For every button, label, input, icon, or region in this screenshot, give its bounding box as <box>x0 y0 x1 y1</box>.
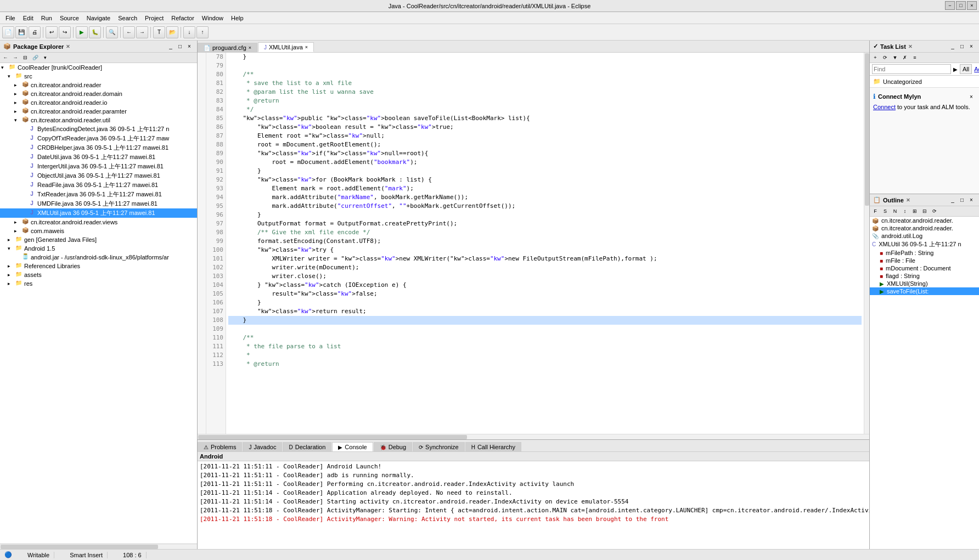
search-button[interactable]: 🔍 <box>106 26 118 38</box>
outline-item[interactable]: 📦cn.itcreator.android.reader. <box>870 217 979 224</box>
tl-filter-btn[interactable]: ▼ <box>891 53 899 62</box>
outline-maximize-btn[interactable]: □ <box>958 196 966 205</box>
menu-help[interactable]: Help <box>228 14 247 22</box>
tree-item[interactable]: ▸📦cn.itcreator.android.reader.domain <box>0 89 197 98</box>
outline-item[interactable]: ■mDocument : Document <box>870 264 979 272</box>
task-search-input[interactable] <box>872 64 951 74</box>
bottom-tab-problems[interactable]: ⚠Problems <box>198 442 242 451</box>
menu-window[interactable]: Window <box>199 14 227 22</box>
tree-item[interactable]: ▸📁assets <box>0 270 197 279</box>
menu-run[interactable]: Run <box>38 14 55 22</box>
bottom-tab-call-hierarchy[interactable]: HCall Hierarchy <box>465 442 521 451</box>
tree-item[interactable]: ▸📦com.maweis <box>0 227 197 235</box>
tl-close-btn[interactable]: × <box>967 42 976 51</box>
tab-proguard[interactable]: 📄 proguard.cfg × <box>198 43 257 52</box>
tl-new-task-btn[interactable]: + <box>871 53 880 62</box>
tree-item[interactable]: ▸📦cn.itcreator.android.reader <box>0 81 197 89</box>
back-button[interactable]: ← <box>123 26 135 38</box>
pe-back-btn[interactable]: ← <box>1 53 10 62</box>
tree-item[interactable]: JIntergerUtil.java 36 09-5-1 上午11:27 maw… <box>0 162 197 171</box>
prev-annotation-button[interactable]: ↑ <box>196 26 209 38</box>
tree-item[interactable]: JBytesEncodingDetect.java 36 09-5-1 上午11… <box>0 125 197 134</box>
code-content[interactable]: } /** * save the list to a xml file * @p… <box>226 53 864 434</box>
tree-item[interactable]: ▸📁Referenced Libraries <box>0 262 197 270</box>
menu-file[interactable]: File <box>2 14 19 22</box>
tree-item[interactable]: ▾📦cn.itcreator.android.reader.util <box>0 116 197 125</box>
bottom-tab-javadoc[interactable]: JJavadoc <box>243 442 282 451</box>
menu-edit[interactable]: Edit <box>20 14 37 22</box>
pe-close-btn[interactable]: × <box>185 42 194 51</box>
outline-hide-nonarith-btn[interactable]: N <box>891 207 899 216</box>
maximize-button[interactable]: □ <box>956 1 966 10</box>
outline-sync-btn[interactable]: ⟳ <box>930 207 939 216</box>
pe-minimize-btn[interactable]: _ <box>166 42 175 51</box>
tree-item[interactable]: ▸📦cn.itcreator.android.reader.io <box>0 98 197 107</box>
outline-item[interactable]: 📦cn.itcreator.android.reader. <box>870 224 979 232</box>
tree-item[interactable]: JDateUtil.java 36 09-5-1 上午11:27 mawei.8… <box>0 152 197 162</box>
tree-item[interactable]: ▸📦cn.itcreator.android.reader.views <box>0 218 197 227</box>
save-button[interactable]: 💾 <box>15 26 27 38</box>
bottom-tab-synchronize[interactable]: ⟳Synchronize <box>413 442 465 451</box>
outline-close-btn[interactable]: × <box>967 196 976 205</box>
debug-button[interactable]: 🐛 <box>89 26 101 38</box>
outline-hide-fields-btn[interactable]: F <box>871 207 880 216</box>
task-all-btn[interactable]: All <box>960 64 972 74</box>
tree-item[interactable]: JObjectUtil.java 36 09-5-1 上午11:27 mawei… <box>0 171 197 180</box>
code-editor[interactable]: 7879808182838485868788899091929394959697… <box>198 53 869 434</box>
uncategorized-item[interactable]: 📁 Uncategorized <box>870 76 979 87</box>
menu-source[interactable]: Source <box>57 14 82 22</box>
tab-xmlutil-close[interactable]: × <box>305 44 308 50</box>
connect-link[interactable]: Connect <box>873 104 896 110</box>
outline-item[interactable]: ■mFile : File <box>870 257 979 264</box>
tl-minimize-btn[interactable]: _ <box>948 42 957 51</box>
outline-item[interactable]: ▶saveToFile(List: <box>870 287 979 295</box>
tree-item[interactable]: JReadFile.java 36 09-5-1 上午11:27 mawei.8… <box>0 180 197 190</box>
bottom-tab-console[interactable]: ▶Console <box>332 442 373 451</box>
outline-item[interactable]: 📎android.util.Log <box>870 232 979 240</box>
tree-item[interactable]: ▾📁src <box>0 72 197 81</box>
outline-item[interactable]: ■flagd : String <box>870 272 979 280</box>
minimize-button[interactable]: − <box>945 1 955 10</box>
forward-button[interactable]: → <box>136 26 148 38</box>
tree-item[interactable]: ▾📁Android 1.5 <box>0 244 197 253</box>
editor-hscrollbar[interactable] <box>198 434 869 439</box>
outline-hide-static-btn[interactable]: S <box>881 207 890 216</box>
tree-item[interactable]: 🫙android.jar - /usr/android-sdk-linux_x8… <box>0 253 197 262</box>
open-resource-button[interactable]: 📂 <box>166 26 178 38</box>
outline-minimize-btn[interactable]: _ <box>948 196 957 205</box>
outline-item[interactable]: ■mFilePath : String <box>870 249 979 257</box>
close-button[interactable]: × <box>967 1 977 10</box>
undo-button[interactable]: ↩ <box>46 26 58 38</box>
redo-button[interactable]: ↪ <box>59 26 71 38</box>
tree-item[interactable]: ▸📁res <box>0 279 197 288</box>
outline-item[interactable]: ▶XMLUtil(String) <box>870 280 979 287</box>
bottom-tab-declaration[interactable]: DDeclaration <box>283 442 331 451</box>
pe-link-btn[interactable]: 🔗 <box>31 53 40 62</box>
editor-vscrollbar[interactable] <box>864 53 869 434</box>
menu-refactor[interactable]: Refactor <box>168 14 198 22</box>
tree-item[interactable]: ▸📁gen [Generated Java Files] <box>0 235 197 244</box>
tl-sync-btn[interactable]: ⟳ <box>881 53 890 62</box>
pe-forward-btn[interactable]: → <box>11 53 20 62</box>
print-button[interactable]: 🖨 <box>29 26 41 38</box>
tl-delete-btn[interactable]: ✗ <box>901 53 909 62</box>
tree-item[interactable]: JCopyOfTxtReader.java 36 09-5-1 上午11:27 … <box>0 134 197 143</box>
menu-search[interactable]: Search <box>115 14 140 22</box>
tree-item[interactable]: JUMDFile.java 36 09-5-1 上午11:27 mawei.81 <box>0 199 197 208</box>
outline-item[interactable]: CXMLUtil 36 09-5-1 上午11:27 n <box>870 240 979 249</box>
task-activate-link[interactable]: Activate... <box>974 66 979 72</box>
tab-xmlutil[interactable]: J XMLUtil.java × <box>258 42 314 52</box>
bottom-tab-debug[interactable]: 🐞Debug <box>374 442 412 451</box>
pe-collapse-btn[interactable]: ⊟ <box>21 53 30 62</box>
tl-menu-btn[interactable]: ≡ <box>910 53 919 62</box>
tab-proguard-close[interactable]: × <box>249 45 251 50</box>
tree-item[interactable]: JCRDBHelper.java 36 09-5-1 上午11:27 mawei… <box>0 143 197 152</box>
open-type-button[interactable]: T <box>153 26 165 38</box>
mylyn-close-btn[interactable]: × <box>967 92 976 101</box>
pe-menu-btn[interactable]: ▾ <box>41 53 49 62</box>
menu-navigate[interactable]: Navigate <box>83 14 114 22</box>
tree-item[interactable]: ▸📦cn.itcreator.android.reader.paramter <box>0 107 197 116</box>
run-button[interactable]: ▶ <box>76 26 88 38</box>
pe-scrollbar-h[interactable] <box>0 544 197 549</box>
tree-item[interactable]: JXMLUtil.java 36 09-5-1 上午11:27 mawei.81 <box>0 208 197 218</box>
